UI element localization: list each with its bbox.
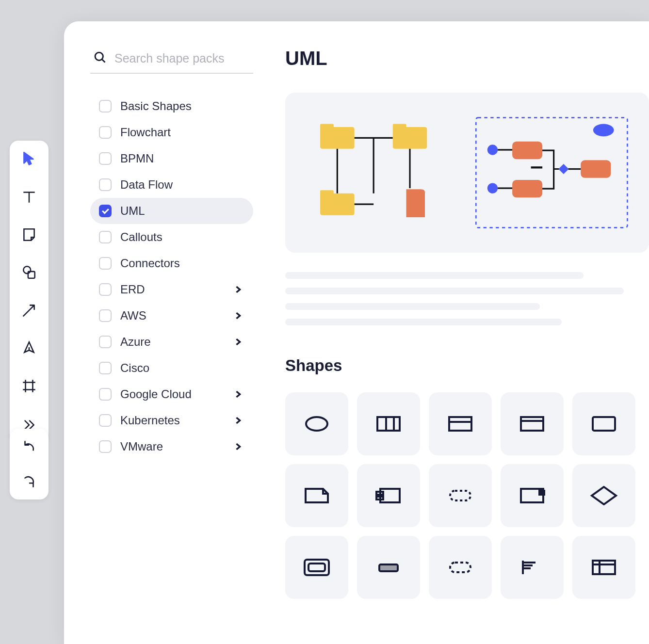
shapes-heading: Shapes [285,356,649,375]
svg-rect-37 [450,563,471,572]
checkbox-icon[interactable] [99,178,112,191]
checkbox-icon[interactable] [99,283,112,296]
svg-rect-27 [593,417,615,431]
category-item[interactable]: AWS [90,303,253,329]
checkbox-icon[interactable] [99,309,112,322]
category-label: Flowchart [120,126,171,139]
svg-rect-5 [320,124,334,129]
category-item[interactable]: ERD [90,276,253,303]
text-tool[interactable] [17,185,41,209]
description-placeholder [285,272,649,325]
shape-pack-content: UML [261,48,649,644]
shape-object[interactable] [572,392,635,455]
primary-toolbar [10,141,49,442]
svg-point-19 [306,417,327,431]
category-item[interactable]: Google Cloud [90,381,253,407]
svg-rect-15 [512,180,542,197]
checkbox-icon[interactable] [99,100,112,113]
category-item[interactable]: Data Flow [90,172,253,198]
svg-line-3 [102,60,105,63]
shape-state[interactable] [285,536,348,599]
shape-activity[interactable] [429,536,492,599]
search-row [90,48,253,74]
svg-rect-8 [320,193,355,215]
svg-rect-33 [539,491,544,495]
shape-component[interactable] [357,464,420,527]
category-label: Azure [120,335,151,349]
chevron-right-icon [233,441,243,452]
category-label: Connectors [120,257,180,270]
checkbox-icon[interactable] [99,257,112,270]
search-input[interactable] [114,51,268,65]
shape-use-case[interactable] [285,392,348,455]
svg-rect-4 [320,127,355,149]
checkbox-icon[interactable] [99,388,112,401]
category-item[interactable]: Kubernetes [90,407,253,434]
category-item[interactable]: VMware [90,434,253,460]
svg-point-12 [487,145,498,155]
svg-rect-25 [521,417,543,431]
svg-point-13 [487,183,498,193]
category-item[interactable]: Connectors [90,250,253,276]
page-title: UML [285,48,649,69]
category-label: UML [120,204,145,218]
undo-button[interactable] [17,435,41,459]
category-item[interactable]: Flowchart [90,119,253,145]
category-item[interactable]: Callouts [90,224,253,250]
svg-rect-36 [379,564,398,571]
svg-rect-18 [531,166,543,168]
checkbox-icon[interactable] [99,336,112,348]
svg-point-2 [95,52,103,60]
category-label: ERD [120,283,145,296]
pen-tool[interactable] [17,337,41,360]
category-label: Kubernetes [120,414,180,427]
pointer-tool[interactable] [17,147,41,171]
category-item[interactable]: Azure [90,329,253,355]
checkbox-icon[interactable] [99,362,112,374]
shape-package-header[interactable] [572,536,635,599]
secondary-toolbar [10,429,49,499]
shape-collaboration[interactable] [429,464,492,527]
svg-rect-38 [593,561,615,574]
arrow-tool[interactable] [17,299,41,322]
svg-rect-17 [559,164,569,174]
frame-tool[interactable] [17,374,41,398]
svg-rect-7 [393,124,406,129]
shape-decision[interactable] [572,464,635,527]
shape-port[interactable] [501,464,564,527]
svg-rect-31 [450,491,471,500]
checkbox-icon[interactable] [99,205,112,217]
category-item[interactable]: UML [90,198,253,224]
checkbox-icon[interactable] [99,152,112,165]
category-item[interactable]: Basic Shapes [90,93,253,119]
checkbox-icon[interactable] [99,414,112,427]
shape-combined-fragment[interactable] [501,536,564,599]
chevron-right-icon [233,284,243,295]
redo-button[interactable] [17,469,41,493]
chevron-right-icon [233,415,243,426]
chevron-right-icon [233,337,243,347]
search-icon [93,50,107,66]
shape-class-header[interactable] [429,392,492,455]
checkbox-icon[interactable] [99,231,112,243]
category-item[interactable]: Cisco [90,355,253,381]
shape-class-multi[interactable] [357,392,420,455]
checkbox-icon[interactable] [99,126,112,139]
checkbox-icon[interactable] [99,440,112,453]
svg-rect-16 [581,160,611,177]
chevron-right-icon [233,389,243,400]
svg-rect-35 [308,564,325,571]
shape-state-filled[interactable] [357,536,420,599]
preview-illustration [285,93,649,253]
category-label: Google Cloud [120,387,192,401]
note-tool[interactable] [17,223,41,246]
svg-rect-9 [320,190,334,195]
category-label: Data Flow [120,178,173,192]
shape-class-simple[interactable] [501,392,564,455]
shape-tool[interactable] [17,261,41,284]
svg-point-0 [23,266,31,274]
category-item[interactable]: BPMN [90,145,253,172]
category-label: VMware [120,440,163,453]
shape-note-corner[interactable] [285,464,348,527]
svg-rect-20 [377,417,400,431]
